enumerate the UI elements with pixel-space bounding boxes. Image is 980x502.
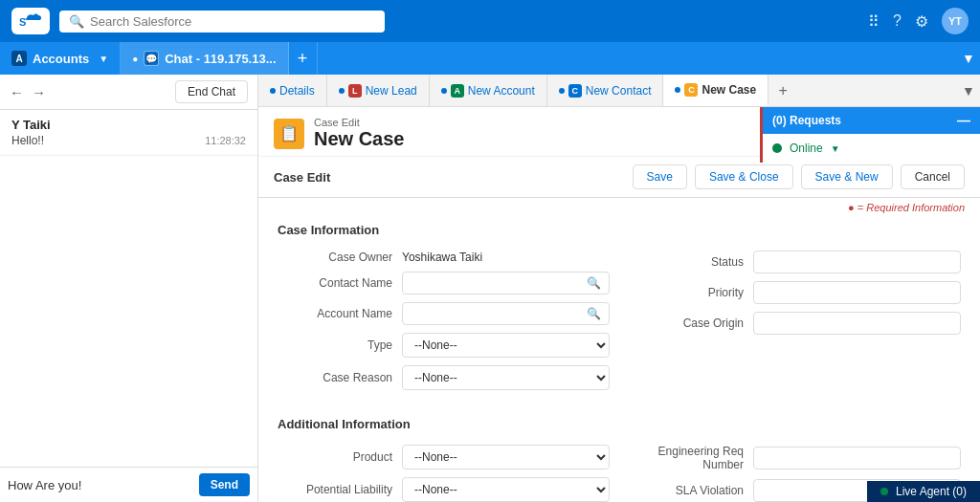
- save-and-new-button[interactable]: Save & New: [801, 164, 893, 189]
- new-case-dot: [675, 87, 680, 93]
- tab-new-case[interactable]: C New Case: [663, 75, 768, 106]
- requests-panel-body: Online ▼: [763, 134, 980, 163]
- contact-name-label: Contact Name: [278, 276, 402, 290]
- chat-message-row: Hello!! 11:28:32: [11, 134, 246, 147]
- type-select[interactable]: --None--: [402, 333, 610, 358]
- form-header-title-block: Case Edit New Case: [314, 117, 405, 150]
- send-button[interactable]: Send: [199, 473, 250, 496]
- search-input[interactable]: [90, 14, 375, 29]
- case-owner-label: Case Owner: [278, 251, 402, 264]
- contact-name-input[interactable]: 🔍: [402, 272, 610, 295]
- priority-label: Priority: [629, 286, 753, 299]
- forward-icon[interactable]: →: [32, 84, 46, 100]
- details-dot: [270, 88, 276, 94]
- grid-icon[interactable]: ⠿: [868, 12, 880, 31]
- tab-new-case-label: New Case: [702, 83, 756, 97]
- new-contact-dot: [559, 88, 565, 94]
- case-information-title: Case Information: [278, 223, 961, 241]
- chat-contact: Y Taiki Hello!! 11:28:32: [0, 110, 257, 156]
- end-chat-button[interactable]: End Chat: [175, 80, 248, 103]
- case-origin-row: Case Origin: [629, 312, 961, 335]
- salesforce-logo: S: [11, 8, 50, 34]
- status-input[interactable]: [753, 251, 961, 273]
- type-label: Type: [278, 338, 402, 352]
- top-nav: S 🔍 ⠿ ? ⚙ YT: [0, 0, 980, 42]
- chat-tab-icon: 💬: [144, 51, 159, 66]
- required-info: ● = Required Information: [258, 198, 980, 213]
- left-fields: Case Owner Yoshikawa Taiki Contact Name …: [278, 251, 610, 398]
- save-button[interactable]: Save: [633, 164, 687, 189]
- account-name-label: Account Name: [278, 307, 402, 320]
- app-tab-accounts[interactable]: A Accounts ▼: [0, 42, 121, 75]
- accounts-tab-icon: A: [11, 51, 27, 66]
- account-name-field[interactable]: [411, 307, 587, 320]
- search-bar[interactable]: 🔍: [59, 11, 385, 33]
- account-name-row: Account Name 🔍: [278, 302, 610, 325]
- product-select[interactable]: --None--: [402, 445, 610, 469]
- form-header-left: 📋 Case Edit New Case: [274, 117, 405, 150]
- online-label: Online: [790, 142, 823, 155]
- right-fields: Status Priority Case Origin: [629, 251, 961, 398]
- app-tab-chat[interactable]: ● 💬 Chat - 119.175.13...: [121, 42, 288, 75]
- case-information-grid: Case Owner Yoshikawa Taiki Contact Name …: [278, 251, 961, 398]
- case-icon: 📋: [274, 119, 304, 149]
- sla-violation-label: SLA Violation: [629, 484, 753, 497]
- save-and-close-button[interactable]: Save & Close: [695, 164, 793, 189]
- chat-message-time: 11:28:32: [205, 135, 246, 146]
- status-row: Status: [629, 251, 961, 273]
- app-tab-overflow[interactable]: ▼: [957, 42, 980, 75]
- help-icon[interactable]: ?: [893, 12, 902, 30]
- tab-new-lead[interactable]: L New Lead: [327, 75, 430, 106]
- priority-input[interactable]: [753, 281, 961, 304]
- tab-new-contact-label: New Contact: [586, 84, 652, 98]
- new-lead-icon: L: [348, 84, 362, 98]
- chat-tab-dot: ●: [132, 54, 138, 64]
- settings-icon[interactable]: ⚙: [915, 12, 928, 31]
- chat-tab-label: Chat - 119.175.13...: [165, 52, 276, 66]
- account-name-search-icon[interactable]: 🔍: [587, 307, 601, 320]
- product-label: Product: [278, 450, 402, 464]
- tab-details[interactable]: Details: [258, 75, 327, 106]
- top-nav-right: ⠿ ? ⚙ YT: [868, 8, 969, 34]
- eng-req-label: Engineering Req Number: [629, 445, 753, 471]
- case-information-section: Case Information Case Owner Yoshikawa Ta…: [258, 213, 980, 407]
- online-dropdown[interactable]: ▼: [831, 143, 840, 154]
- avatar[interactable]: YT: [942, 8, 969, 34]
- new-lead-dot: [339, 88, 345, 94]
- chat-input[interactable]: [8, 478, 193, 492]
- case-reason-row: Case Reason --None--: [278, 365, 610, 390]
- cancel-button[interactable]: Cancel: [901, 164, 965, 189]
- tab-new-contact[interactable]: C New Contact: [547, 75, 664, 106]
- type-row: Type --None--: [278, 333, 610, 358]
- form-header-subtitle: Case Edit: [314, 117, 405, 128]
- case-reason-select[interactable]: --None--: [402, 365, 610, 390]
- action-bar: Case Edit Save Save & Close Save & New C…: [258, 157, 980, 198]
- form-header-title: New Case: [314, 128, 405, 150]
- search-icon: 🔍: [69, 14, 84, 29]
- content-tab-add[interactable]: +: [768, 75, 797, 106]
- tab-new-account[interactable]: A New Account: [430, 75, 547, 106]
- toolbar-icons: ← →: [10, 84, 46, 100]
- new-contact-icon: C: [568, 84, 582, 98]
- case-owner-row: Case Owner Yoshikawa Taiki: [278, 251, 610, 264]
- accounts-tab-dropdown[interactable]: ▼: [99, 54, 108, 64]
- form-container: 📋 Case Edit New Case ? Case Edit Save Sa…: [258, 107, 980, 502]
- action-label: Case Edit: [274, 170, 625, 185]
- content-tab-overflow[interactable]: ▼: [957, 75, 980, 106]
- requests-panel: (0) Requests — Online ▼: [760, 107, 980, 163]
- eng-req-input[interactable]: [753, 447, 961, 469]
- chat-area: [0, 156, 257, 467]
- contact-name-search-icon[interactable]: 🔍: [587, 276, 601, 290]
- new-account-icon: A: [451, 84, 464, 98]
- requests-panel-minimize[interactable]: —: [957, 113, 970, 128]
- case-origin-input[interactable]: [753, 312, 961, 335]
- additional-information-grid: Product --None-- Potential Liability --N…: [278, 445, 961, 502]
- potential-liability-select[interactable]: --None--: [402, 477, 610, 502]
- app-tab-add-button[interactable]: +: [289, 42, 318, 75]
- account-name-input[interactable]: 🔍: [402, 302, 610, 325]
- contact-name-field[interactable]: [411, 276, 587, 290]
- back-icon[interactable]: ←: [10, 84, 24, 100]
- potential-liability-label: Potential Liability: [278, 483, 402, 496]
- left-panel-toolbar: ← → End Chat: [0, 75, 257, 110]
- potential-liability-row: Potential Liability --None--: [278, 477, 610, 502]
